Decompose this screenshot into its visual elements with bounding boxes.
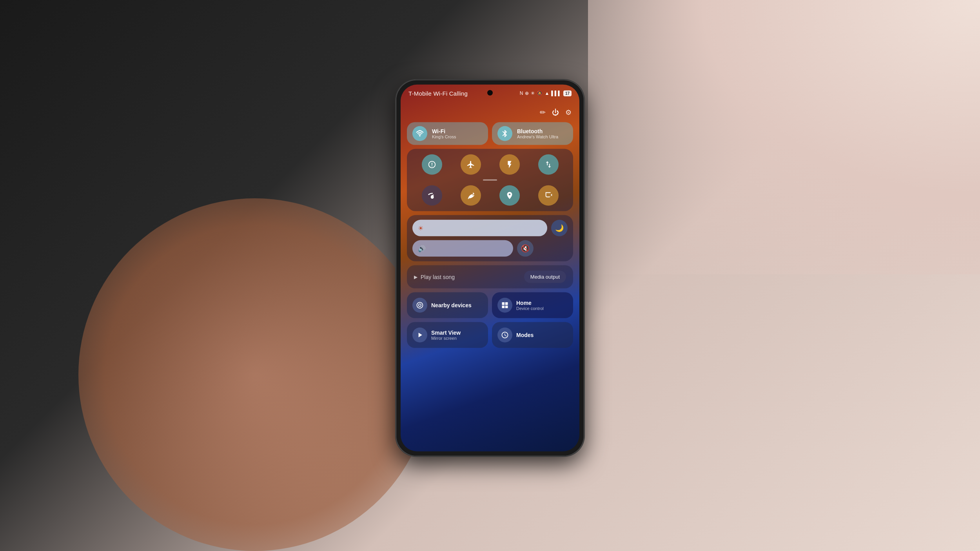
- modes-label: Modes: [516, 332, 534, 338]
- volume-icon: 🔊: [418, 245, 426, 252]
- phone-screen: T-Mobile Wi-Fi Calling N ⊕ ✳ 🔕 ▲ ▌▌▌ 17 …: [401, 85, 579, 451]
- wifi-sublabel: King's Cross: [432, 134, 456, 139]
- bluetooth-sublabel: Andrew's Watch Ultra: [517, 134, 558, 139]
- play-label: Play last song: [421, 274, 455, 280]
- camera-cutout: [487, 90, 493, 96]
- pencil-button[interactable]: ✏: [540, 108, 546, 117]
- flashlight-button[interactable]: [499, 154, 520, 175]
- power-save-button[interactable]: [461, 185, 481, 206]
- airplane-mode-button[interactable]: [461, 154, 481, 175]
- grid-row-1: [412, 154, 568, 175]
- nearby-devices-text: Nearby devices: [431, 302, 472, 308]
- media-output-button[interactable]: Media output: [524, 271, 566, 283]
- smart-view-sublabel: Mirror screen: [431, 336, 461, 341]
- nearby-devices-label: Nearby devices: [431, 302, 472, 308]
- mute-button[interactable]: 🔇: [517, 240, 534, 257]
- grid-indicator: [483, 179, 497, 181]
- nfc2-icon: ⊕: [525, 91, 529, 96]
- tiles-row-2: Smart View Mirror screen Modes: [407, 322, 573, 350]
- brightness-slider[interactable]: ☀: [412, 220, 547, 236]
- hand: [78, 198, 431, 551]
- mobile-data-button[interactable]: [538, 154, 559, 175]
- edit-row: ✏ ⏻ ⚙: [407, 107, 573, 118]
- tiles-row-1: Nearby devices Home Device control: [407, 292, 573, 318]
- location-button[interactable]: [499, 185, 520, 206]
- nfc-icon: N: [520, 91, 523, 96]
- carrier-text: T-Mobile Wi-Fi Calling: [408, 90, 468, 96]
- phone-wrapper: T-Mobile Wi-Fi Calling N ⊕ ✳ 🔕 ▲ ▌▌▌ 17 …: [396, 80, 584, 456]
- wifi-status-icon: ▲: [544, 91, 549, 96]
- volume-row: 🔊 🔇: [412, 240, 568, 257]
- control-panel: ✏ ⏻ ⚙ Wi-Fi King's Cross: [401, 102, 579, 451]
- table-surface: [588, 0, 980, 274]
- auto-rotate-button[interactable]: [422, 154, 442, 175]
- play-last-song[interactable]: ▶ Play last song: [414, 274, 455, 280]
- wifi-label: Wi-Fi: [432, 128, 456, 134]
- home-icon: [497, 298, 512, 313]
- status-icons: N ⊕ ✳ 🔕 ▲ ▌▌▌ 17: [520, 90, 572, 96]
- wifi-icon: [412, 126, 427, 141]
- play-icon: ▶: [414, 274, 417, 279]
- night-mode-button[interactable]: 🌙: [551, 220, 568, 236]
- power-button[interactable]: ⏻: [552, 108, 559, 116]
- grid-panel: [407, 149, 573, 211]
- screen-record-button[interactable]: [538, 185, 559, 206]
- home-text: Home Device control: [516, 300, 544, 311]
- smart-view-label: Smart View: [431, 330, 461, 336]
- smart-view-text: Smart View Mirror screen: [431, 330, 461, 341]
- home-label: Home: [516, 300, 544, 306]
- sliders-panel: ☀ 🌙 🔊 🔇: [407, 215, 573, 261]
- modes-tile[interactable]: Modes: [492, 322, 573, 348]
- bluetooth-icon: [497, 126, 512, 141]
- signal-bars-icon: ▌▌▌: [551, 91, 561, 96]
- hotspot-button[interactable]: [422, 185, 442, 206]
- home-tile[interactable]: Home Device control: [492, 292, 573, 318]
- brightness-icon: ☀: [418, 224, 423, 232]
- wifi-text: Wi-Fi King's Cross: [432, 128, 456, 139]
- smart-view-tile[interactable]: Smart View Mirror screen: [407, 322, 488, 348]
- bluetooth-text: Bluetooth Andrew's Watch Ultra: [517, 128, 558, 139]
- modes-text: Modes: [516, 332, 534, 338]
- wifi-toggle[interactable]: Wi-Fi King's Cross: [407, 122, 488, 145]
- nearby-devices-icon: [412, 298, 427, 313]
- media-panel[interactable]: ▶ Play last song Media output: [407, 265, 573, 288]
- modes-icon: [497, 328, 512, 343]
- settings-button[interactable]: ⚙: [565, 108, 572, 117]
- volume-slider[interactable]: 🔊: [412, 240, 513, 257]
- grid-row-2: [412, 185, 568, 206]
- home-sublabel: Device control: [516, 306, 544, 311]
- battery-level: 17: [563, 90, 572, 96]
- nearby-devices-tile[interactable]: Nearby devices: [407, 292, 488, 318]
- quick-toggles-row: Wi-Fi King's Cross Bluetooth Andrew': [407, 122, 573, 145]
- phone-frame: T-Mobile Wi-Fi Calling N ⊕ ✳ 🔕 ▲ ▌▌▌ 17 …: [396, 80, 584, 456]
- bt-status-icon: ✳: [531, 91, 535, 96]
- bluetooth-label: Bluetooth: [517, 128, 558, 134]
- bluetooth-toggle[interactable]: Bluetooth Andrew's Watch Ultra: [492, 122, 573, 145]
- brightness-row: ☀ 🌙: [412, 220, 568, 236]
- mute-icon: 🔕: [537, 91, 543, 96]
- smart-view-icon: [412, 328, 427, 343]
